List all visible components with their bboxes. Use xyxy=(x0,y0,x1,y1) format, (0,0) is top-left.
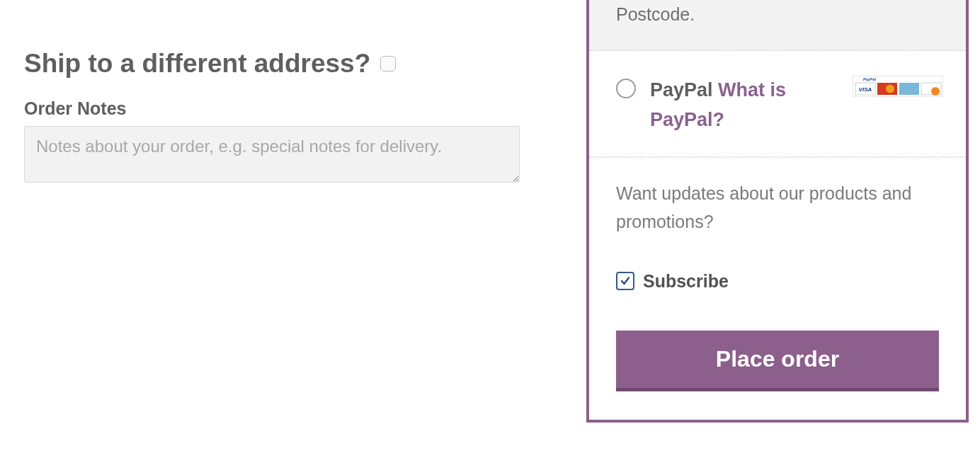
ship-different-address-heading: Ship to a different address? xyxy=(24,50,555,79)
order-summary-panel: Postcode. PayPal What is PayPal? PayPal xyxy=(586,0,969,423)
right-column: Postcode. PayPal What is PayPal? PayPal xyxy=(582,0,980,465)
order-notes-label: Order Notes xyxy=(24,98,555,119)
ship-heading-text: Ship to a different address? xyxy=(24,50,370,79)
paypal-label: PayPal xyxy=(650,79,718,101)
ship-different-address-checkbox[interactable] xyxy=(380,56,396,71)
place-order-button[interactable]: Place order xyxy=(616,331,939,391)
paypal-text: PayPal What is PayPal? xyxy=(650,76,845,135)
payment-method-section: PayPal What is PayPal? PayPal VISA xyxy=(589,51,966,158)
left-column: Ship to a different address? Order Notes xyxy=(0,0,582,465)
svg-text:VISA: VISA xyxy=(859,86,872,93)
check-icon xyxy=(620,276,630,286)
paypal-cards-icon: PayPal VISA xyxy=(853,76,943,97)
subscribe-checkbox[interactable] xyxy=(616,272,634,290)
order-notes-textarea[interactable] xyxy=(24,126,520,183)
subscribe-row: Subscribe xyxy=(616,271,939,292)
updates-section: Want updates about our products and prom… xyxy=(589,158,966,420)
paypal-radio[interactable] xyxy=(616,79,636,98)
paypal-option-row: PayPal What is PayPal? PayPal VISA xyxy=(616,76,943,135)
svg-text:PayPal: PayPal xyxy=(863,77,877,81)
postcode-notice: Postcode. xyxy=(589,0,966,51)
svg-rect-7 xyxy=(899,83,919,95)
svg-point-9 xyxy=(931,87,940,96)
updates-text: Want updates about our products and prom… xyxy=(616,179,939,236)
checkout-fragment: Ship to a different address? Order Notes… xyxy=(0,0,980,465)
svg-point-6 xyxy=(886,85,894,93)
postcode-notice-text: Postcode. xyxy=(616,4,695,24)
subscribe-label: Subscribe xyxy=(643,271,729,292)
